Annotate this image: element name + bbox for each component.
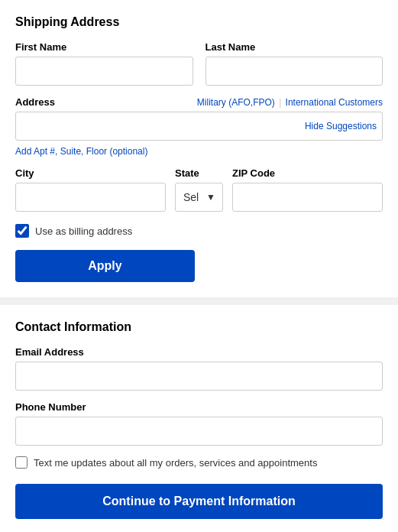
first-name-label: First Name [15, 41, 193, 53]
city-label: City [15, 167, 166, 179]
name-row: First Name Last Name [15, 41, 383, 86]
sms-checkbox-label[interactable]: Text me updates about all my orders, ser… [34, 457, 317, 469]
sms-checkbox[interactable] [15, 456, 28, 469]
first-name-group: First Name [15, 41, 193, 86]
state-select-wrapper: SelectALAKAZARCACOCTDEFLGAHIIDILINIAKSKY… [175, 183, 223, 212]
city-group: City [15, 167, 166, 212]
apply-button[interactable]: Apply [15, 250, 195, 282]
zip-group: ZIP Code [232, 167, 383, 212]
zip-label: ZIP Code [232, 167, 383, 179]
zip-input[interactable] [232, 183, 383, 212]
contact-information-section: Contact Information Email Address Phone … [0, 305, 398, 532]
last-name-input[interactable] [205, 57, 383, 86]
contact-information-title: Contact Information [15, 320, 383, 334]
add-apt-link[interactable]: Add Apt #, Suite, Floor (optional) [15, 146, 147, 157]
shipping-address-title: Shipping Address [15, 15, 383, 29]
address-label: Address [15, 96, 55, 108]
email-group: Email Address [15, 346, 383, 391]
address-links: Military (AFO,FPO) | International Custo… [197, 97, 383, 108]
billing-checkbox-label[interactable]: Use as billing address [35, 225, 132, 237]
address-header: Address Military (AFO,FPO) | Internation… [15, 96, 383, 108]
phone-group: Phone Number [15, 401, 383, 446]
city-state-zip-row: City State SelectALAKAZARCACOCTDEFLGAHII… [15, 167, 383, 212]
military-link[interactable]: Military (AFO,FPO) [197, 97, 275, 108]
billing-checkbox[interactable] [15, 224, 29, 238]
first-name-input[interactable] [15, 57, 193, 86]
sms-checkbox-row: Text me updates about all my orders, ser… [15, 456, 383, 469]
hide-suggestions-button[interactable]: Hide Suggestions [305, 121, 377, 131]
state-select[interactable]: SelectALAKAZARCACOCTDEFLGAHIIDILINIAKSKY… [175, 183, 223, 212]
international-link[interactable]: International Customers [286, 97, 383, 108]
shipping-address-section: Shipping Address First Name Last Name Ad… [0, 0, 398, 297]
continue-button[interactable]: Continue to Payment Information [15, 484, 383, 519]
billing-checkbox-row: Use as billing address [15, 224, 383, 238]
last-name-group: Last Name [205, 41, 383, 86]
email-label: Email Address [15, 346, 383, 358]
link-separator: | [279, 97, 283, 108]
phone-input[interactable] [15, 417, 383, 446]
address-input-wrapper: Hide Suggestions [15, 112, 383, 141]
state-group: State SelectALAKAZARCACOCTDEFLGAHIIDILIN… [175, 167, 223, 212]
last-name-label: Last Name [205, 41, 383, 53]
state-label: State [175, 167, 223, 179]
email-input[interactable] [15, 362, 383, 391]
phone-label: Phone Number [15, 401, 383, 413]
city-input[interactable] [15, 183, 166, 212]
